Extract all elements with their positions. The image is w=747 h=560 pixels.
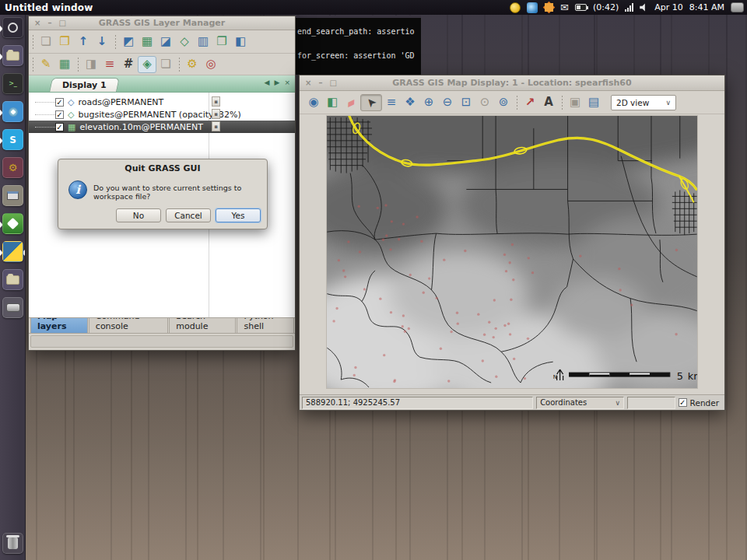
dialog-message: Do you want to store current settings to… — [93, 184, 263, 201]
vector-layer-icon: ◇ — [68, 110, 74, 120]
network-signal-icon[interactable] — [625, 3, 633, 12]
add-vector-icon[interactable]: ◇ — [175, 33, 194, 51]
app-indicator-icon[interactable] — [527, 2, 538, 13]
browser-icon[interactable] — [2, 101, 23, 122]
add-group-icon[interactable]: ❐ — [212, 33, 231, 51]
zoom-out-icon[interactable]: ⊖ — [438, 94, 457, 111]
zoom-in-icon[interactable]: ⊕ — [419, 94, 438, 111]
tab-display-1[interactable]: Display 1 — [49, 78, 120, 92]
attribute-table-icon[interactable]: ▦ — [55, 56, 74, 73]
layer-row-button[interactable]: ▪ — [212, 109, 220, 119]
workspace-toolbar: ❏ ❐ ↑ ↓ ◩ ▦ ◪ ◇ ▥ ❐ ◧ — [29, 30, 295, 54]
add-multi-vector-icon[interactable]: ◪ — [156, 33, 175, 51]
map-display-window: × – □ GRASS GIS Map Display: 1 - Locatio… — [299, 75, 725, 411]
display-map-icon[interactable]: ◉ — [304, 94, 323, 111]
unity-launcher: >_ S ⚙ — [0, 15, 26, 560]
layer-row-button[interactable]: ▪ — [212, 121, 220, 131]
sound-icon[interactable] — [640, 3, 648, 12]
terminal-icon[interactable]: >_ — [2, 73, 23, 94]
yes-button[interactable]: Yes — [216, 208, 261, 222]
pointer-icon[interactable]: ➤ — [360, 94, 382, 111]
georectify-icon[interactable]: # — [119, 56, 138, 73]
tab-close-icon[interactable]: × — [284, 79, 290, 86]
map-display-titlebar[interactable]: × – □ GRASS GIS Map Display: 1 - Locatio… — [300, 75, 724, 91]
dash-home-icon[interactable] — [2, 17, 23, 38]
no-button[interactable]: No — [116, 208, 161, 222]
date-label[interactable]: Apr 10 — [654, 2, 683, 12]
layer-manager-bottom-tabs: Map layers Command console Search module… — [29, 318, 295, 334]
timer-indicator-icon[interactable] — [510, 2, 521, 13]
render-toggle[interactable]: ✓ Render — [679, 398, 722, 408]
graphical-modeler-icon[interactable]: ◈ — [138, 56, 156, 73]
open-workspace-icon[interactable]: ❐ — [55, 33, 74, 51]
layer-row-roads[interactable]: ✓ ◇ roads@PERMANENT ▪ — [29, 96, 295, 108]
layer-checkbox[interactable]: ✓ — [55, 123, 64, 131]
python-icon[interactable] — [2, 241, 23, 262]
add-map-elements-icon[interactable]: ▥ — [194, 33, 212, 51]
zoom-back-icon[interactable]: ⊙ — [475, 94, 494, 111]
new-workspace-icon[interactable]: ❏ — [37, 33, 55, 51]
window-title: GRASS GIS Map Display: 1 - Location: spe… — [300, 78, 724, 88]
render-label: Render — [690, 398, 719, 408]
zoom-options-icon[interactable]: ⊚ — [494, 94, 513, 111]
add-overlay-icon[interactable]: ◧ — [323, 94, 342, 111]
analyze-icon[interactable]: ↗ — [521, 94, 539, 111]
layer-manager-titlebar[interactable]: × – □ GRASS GIS Layer Manager — [29, 16, 295, 30]
terminal-line: end_search_path: assertio — [296, 27, 421, 36]
folder-icon[interactable] — [2, 269, 23, 290]
layer-label: elevation.10m@PERMANENT — [79, 122, 203, 132]
battery-time: (0:42) — [593, 2, 619, 12]
layer-row-elevation[interactable]: ✓ ▦ elevation.10m@PERMANENT ▪ — [29, 121, 295, 133]
update-indicator-icon[interactable] — [544, 2, 554, 12]
statusbar-progress — [627, 397, 675, 409]
layer-row-bugsites[interactable]: ✓ ◇ bugsites@PERMANENT (opacity: 32%) ▪ — [29, 108, 295, 121]
layer-row-button[interactable]: ▪ — [212, 96, 220, 107]
add-text-icon[interactable]: A — [539, 94, 558, 111]
render-checkbox[interactable]: ✓ — [679, 398, 687, 407]
session-menu-icon[interactable] — [731, 2, 744, 12]
layer-checkbox[interactable]: ✓ — [55, 110, 64, 119]
package-manager-icon[interactable]: ⚙ — [2, 157, 23, 178]
query-icon[interactable]: ≡ — [382, 94, 401, 111]
message-indicator-icon[interactable]: ✉ — [560, 2, 569, 12]
files-icon[interactable] — [2, 45, 23, 66]
disk-icon[interactable] — [2, 297, 23, 318]
grass-gis-icon[interactable] — [2, 213, 23, 234]
add-raster-icon[interactable]: ▦ — [138, 33, 156, 51]
display-tabbar: Display 1 ◀ ▶ × — [29, 75, 295, 93]
trash-icon[interactable] — [2, 533, 23, 554]
add-overlay-icon[interactable]: ◧ — [231, 33, 250, 51]
digitizer-icon[interactable]: ◨ — [82, 56, 100, 73]
screenshot-tool-icon[interactable] — [2, 185, 23, 206]
battery-icon[interactable] — [575, 4, 587, 11]
python-editor-icon[interactable]: ❏ — [156, 56, 175, 73]
svg-text:km: km — [688, 370, 698, 382]
help-icon[interactable]: ◎ — [202, 56, 220, 73]
layer-label: roads@PERMANENT — [78, 97, 163, 107]
add-multi-raster-icon[interactable]: ◩ — [119, 33, 138, 51]
svg-text:N: N — [553, 374, 557, 380]
map-canvas[interactable]: N 5 km — [326, 115, 698, 389]
clock-label[interactable]: 8:41 AM — [689, 2, 724, 12]
tab-scroll-right-icon[interactable]: ▶ — [275, 79, 280, 86]
raster-layer-icon: ▦ — [68, 122, 75, 132]
terminal-window[interactable]: end_search_path: assertio for_screen: as… — [296, 16, 421, 75]
raster-calculator-icon[interactable]: ≡ — [100, 56, 119, 73]
print-icon[interactable]: ▤ — [584, 94, 603, 111]
erase-icon[interactable]: ▰ — [338, 90, 363, 114]
zoom-extent-icon[interactable]: ⊡ — [457, 94, 475, 111]
edit-icon[interactable]: ✎ — [37, 56, 55, 73]
statusbar-mode-select[interactable]: Coordinates ∨ — [536, 397, 624, 409]
settings-icon[interactable]: ⚙ — [183, 56, 202, 73]
layer-checkbox[interactable]: ✓ — [55, 98, 64, 107]
layer-manager-statusbar — [30, 335, 293, 348]
load-workspace-icon[interactable]: ↓ — [93, 33, 111, 51]
pan-icon[interactable]: ❖ — [401, 94, 419, 111]
tab-scroll-left-icon[interactable]: ◀ — [265, 79, 270, 86]
save-workspace-icon[interactable]: ↑ — [74, 33, 93, 51]
save-display-icon[interactable]: ▣ — [566, 94, 584, 111]
skype-icon[interactable]: S — [2, 129, 23, 150]
view-mode-select[interactable]: 2D view ∨ — [611, 95, 676, 110]
cancel-button[interactable]: Cancel — [166, 208, 211, 222]
active-window-title: Untitled window — [0, 2, 93, 13]
